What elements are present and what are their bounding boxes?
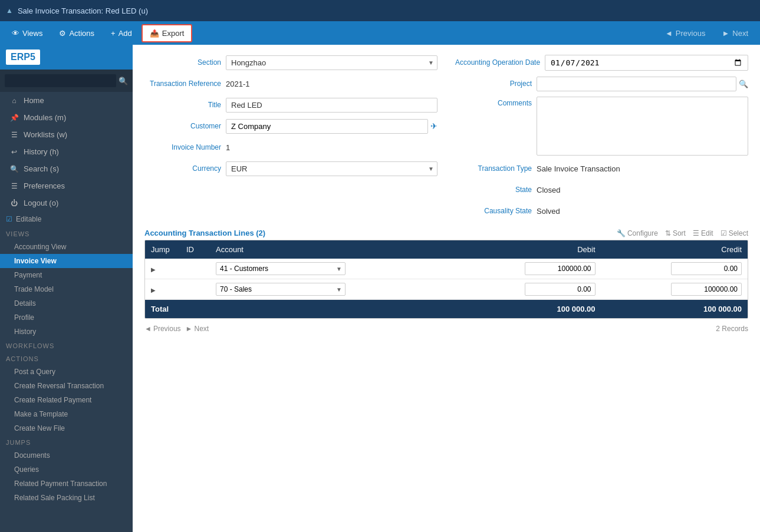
total-debit: 100 000.00 bbox=[455, 300, 601, 319]
next-arrow-icon: ► bbox=[722, 29, 729, 38]
sidebar-item-create-reversal[interactable]: Create Reversal Transaction bbox=[0, 379, 133, 393]
row1-jump: ▶ bbox=[145, 259, 180, 279]
row2-account: 70 - Sales ▼ bbox=[210, 279, 455, 300]
total-label: Total bbox=[145, 300, 455, 319]
row2-id bbox=[180, 279, 210, 300]
select-button[interactable]: ☑ Select bbox=[720, 229, 748, 237]
row2-credit bbox=[601, 279, 748, 300]
sidebar-item-history-view[interactable]: History bbox=[0, 325, 133, 339]
sidebar: ERP5 🔍 ⌂ Home 📌 Modules (m) ☰ Worklists … bbox=[0, 45, 133, 532]
sidebar-item-details[interactable]: Details bbox=[0, 296, 133, 310]
sidebar-item-worklists[interactable]: ☰ Worklists (w) bbox=[0, 126, 133, 143]
sidebar-item-documents[interactable]: Documents bbox=[0, 448, 133, 462]
sidebar-item-create-file[interactable]: Create New File bbox=[0, 421, 133, 435]
comments-row: Comments bbox=[455, 97, 748, 156]
table-row: ▶ 70 - Sales ▼ bbox=[145, 279, 748, 300]
previous-button[interactable]: ◄ Previous bbox=[658, 25, 712, 41]
search-input[interactable] bbox=[5, 74, 116, 87]
col-jump: Jump bbox=[145, 240, 180, 259]
lines-actions: 🔧 Configure ⇅ Sort ☰ Edit ☑ Select bbox=[617, 229, 748, 237]
total-credit: 100 000.00 bbox=[601, 300, 748, 319]
project-search-icon[interactable]: 🔍 bbox=[739, 80, 748, 88]
sidebar-item-queries[interactable]: Queries bbox=[0, 462, 133, 477]
title-input[interactable] bbox=[226, 98, 437, 113]
sidebar-item-search[interactable]: 🔍 Search (s) bbox=[0, 160, 133, 177]
row1-debit bbox=[455, 259, 601, 279]
export-button[interactable]: 📤 Export bbox=[142, 24, 193, 42]
editable-row: ☑ Editable bbox=[0, 212, 133, 227]
actions-section-label: ACTIONS bbox=[0, 352, 133, 365]
sidebar-item-payment[interactable]: Payment bbox=[0, 268, 133, 282]
row1-debit-input[interactable] bbox=[525, 262, 596, 275]
sidebar-item-home[interactable]: ⌂ Home bbox=[0, 92, 133, 109]
lines-previous-button[interactable]: ◄ Previous bbox=[144, 325, 181, 333]
sidebar-item-profile[interactable]: Profile bbox=[0, 310, 133, 325]
add-button[interactable]: + Add bbox=[104, 25, 139, 41]
customer-link-icon[interactable]: ✈ bbox=[430, 121, 437, 131]
row2-arrow-icon[interactable]: ▶ bbox=[151, 287, 156, 293]
col-id: ID bbox=[180, 240, 210, 259]
search-icon[interactable]: 🔍 bbox=[119, 77, 128, 85]
table-row: ▶ 41 - Customers ▼ bbox=[145, 259, 748, 279]
row2-credit-input[interactable] bbox=[671, 283, 742, 296]
currency-select[interactable]: EUR bbox=[226, 161, 437, 176]
top-bar-arrow: ▲ bbox=[6, 6, 13, 15]
customer-input[interactable] bbox=[226, 119, 428, 134]
project-input[interactable] bbox=[537, 77, 736, 91]
views-button[interactable]: 👁 Views bbox=[5, 25, 50, 41]
next-button[interactable]: ► Next bbox=[715, 25, 755, 41]
sidebar-item-make-template[interactable]: Make a Template bbox=[0, 407, 133, 421]
sidebar-item-history[interactable]: ↩ History (h) bbox=[0, 143, 133, 160]
lines-next-button[interactable]: ► Next bbox=[186, 325, 209, 333]
actions-button[interactable]: ⚙ Actions bbox=[52, 25, 101, 41]
causality-row: Causality State Solved bbox=[455, 203, 748, 219]
records-count: 2 Records bbox=[716, 325, 748, 333]
row2-debit bbox=[455, 279, 601, 300]
edit-button[interactable]: ☰ Edit bbox=[693, 229, 713, 237]
section-select-wrap: Hongzhao ▼ bbox=[226, 55, 437, 70]
sidebar-item-create-payment[interactable]: Create Related Payment bbox=[0, 393, 133, 407]
logo: ERP5 bbox=[6, 49, 40, 65]
table-header-row: Jump ID Account Debit Credit bbox=[145, 240, 748, 259]
col-account: Account bbox=[210, 240, 455, 259]
configure-icon: 🔧 bbox=[617, 229, 626, 237]
lines-title: Accounting Transaction Lines (2) bbox=[144, 229, 265, 237]
sort-icon: ⇅ bbox=[665, 229, 671, 237]
causality-state-label: Causality State bbox=[455, 207, 532, 215]
state-label: State bbox=[455, 186, 532, 194]
configure-button[interactable]: 🔧 Configure bbox=[617, 229, 658, 237]
row2-account-select[interactable]: 70 - Sales bbox=[216, 283, 346, 296]
sidebar-item-related-packing[interactable]: Related Sale Packing List bbox=[0, 491, 133, 505]
sidebar-search-area: 🔍 bbox=[0, 70, 133, 92]
sidebar-item-logout[interactable]: ⏻ Logout (o) bbox=[0, 194, 133, 212]
sidebar-item-trade-model[interactable]: Trade Model bbox=[0, 282, 133, 296]
previous-arrow-icon: ◄ bbox=[665, 29, 673, 38]
currency-label: Currency bbox=[144, 164, 221, 173]
lines-prev-icon: ◄ bbox=[144, 325, 152, 333]
search-nav-icon: 🔍 bbox=[9, 165, 19, 173]
row1-account-select[interactable]: 41 - Customers bbox=[216, 262, 346, 275]
sidebar-item-invoice-view[interactable]: Invoice View bbox=[0, 254, 133, 268]
accounting-date-input[interactable] bbox=[545, 55, 748, 71]
sort-button[interactable]: ⇅ Sort bbox=[665, 229, 686, 237]
sidebar-item-modules[interactable]: 📌 Modules (m) bbox=[0, 109, 133, 126]
editable-checkbox-icon: ☑ bbox=[6, 215, 12, 223]
row1-arrow-icon[interactable]: ▶ bbox=[151, 266, 156, 273]
row1-account: 41 - Customers ▼ bbox=[210, 259, 455, 279]
sidebar-item-accounting-view[interactable]: Accounting View bbox=[0, 240, 133, 254]
sidebar-item-preferences[interactable]: ☰ Preferences bbox=[0, 177, 133, 194]
row1-account-wrap: 41 - Customers ▼ bbox=[216, 262, 449, 275]
row2-debit-input[interactable] bbox=[525, 283, 596, 296]
sidebar-item-related-payment[interactable]: Related Payment Transaction bbox=[0, 477, 133, 491]
sidebar-logo: ERP5 bbox=[0, 45, 133, 70]
row1-id bbox=[180, 259, 210, 279]
accounting-date-row: Accounting Operation Date bbox=[455, 54, 748, 71]
comments-textarea[interactable] bbox=[537, 97, 748, 156]
sidebar-item-post-query[interactable]: Post a Query bbox=[0, 365, 133, 379]
accounting-date-label: Accounting Operation Date bbox=[455, 58, 540, 67]
row1-credit-input[interactable] bbox=[671, 262, 742, 275]
lines-table-wrap: Jump ID Account Debit Credit ▶ bbox=[144, 240, 748, 319]
section-select[interactable]: Hongzhao bbox=[226, 55, 437, 70]
section-row: Section Hongzhao ▼ bbox=[144, 54, 437, 71]
lines-next-icon: ► bbox=[186, 325, 193, 333]
